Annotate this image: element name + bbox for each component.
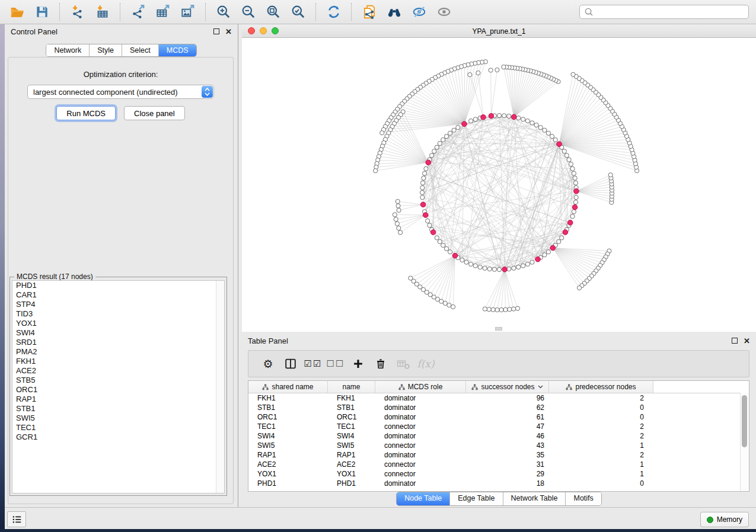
graph-node[interactable]	[530, 260, 534, 264]
table-row[interactable]: RAP1RAP1dominator352	[248, 450, 749, 460]
graph-node[interactable]	[564, 153, 569, 158]
tab-network[interactable]: Network	[46, 44, 89, 56]
mcds-node-item[interactable]: FKH1	[12, 357, 224, 366]
graph-node[interactable]	[521, 264, 525, 268]
search-box[interactable]	[579, 5, 749, 19]
save-button[interactable]	[30, 2, 55, 22]
mcds-node-item[interactable]: YOX1	[12, 319, 224, 328]
graph-node[interactable]	[570, 166, 575, 171]
graph-node[interactable]	[571, 72, 575, 76]
graph-node[interactable]	[468, 73, 472, 77]
graph-node[interactable]	[428, 223, 432, 227]
mcds-node-item[interactable]: STB5	[12, 376, 224, 385]
graph-node[interactable]	[393, 213, 397, 217]
column-header-successor-nodes[interactable]: successor nodes	[466, 381, 549, 393]
graph-node[interactable]	[441, 243, 445, 247]
graph-node[interactable]	[503, 307, 508, 312]
hide-eye-button[interactable]	[407, 2, 432, 22]
graph-node[interactable]	[492, 267, 496, 271]
graph-node[interactable]	[512, 307, 516, 311]
table-cell[interactable]: dominator	[375, 432, 466, 440]
graph-node[interactable]	[487, 267, 492, 271]
tab-network-table[interactable]: Network Table	[503, 492, 566, 505]
graph-node[interactable]	[495, 68, 499, 72]
find-button[interactable]	[382, 2, 407, 22]
graph-node[interactable]	[569, 162, 573, 166]
graph-node[interactable]	[473, 264, 477, 268]
graph-node[interactable]	[451, 305, 455, 309]
table-cell[interactable]: TEC1	[248, 422, 328, 431]
graph-node[interactable]	[422, 176, 426, 180]
graph-node[interactable]	[557, 239, 561, 243]
graph-hub-node[interactable]	[550, 245, 556, 251]
tab-node-table[interactable]: Node Table	[397, 492, 449, 505]
table-scrollbar-thumb[interactable]	[742, 395, 747, 447]
table-row[interactable]: PHD1PHD1dominator180	[248, 479, 749, 488]
table-cell[interactable]: 2	[549, 432, 653, 440]
graph-hub-node[interactable]	[512, 114, 517, 120]
graph-node[interactable]	[567, 158, 571, 162]
graph-node[interactable]	[452, 128, 456, 132]
tab-mcds[interactable]: MCDS	[158, 44, 196, 56]
graph-node[interactable]	[497, 113, 501, 117]
run-mcds-button[interactable]: Run MCDS	[56, 106, 116, 120]
table-cell[interactable]: 61	[466, 413, 549, 421]
graph-hub-node[interactable]	[502, 267, 508, 272]
graph-node[interactable]	[395, 222, 399, 226]
table-cell[interactable]: connector	[375, 470, 466, 478]
window-minimize-icon[interactable]	[260, 27, 267, 34]
graph-node[interactable]	[577, 286, 581, 290]
graph-node[interactable]	[516, 265, 521, 269]
graph-node[interactable]	[572, 210, 576, 214]
network-canvas[interactable]	[242, 38, 756, 332]
mcds-node-item[interactable]: RAP1	[12, 395, 224, 404]
table-cell[interactable]: YOX1	[328, 470, 375, 478]
column-header-name[interactable]: name	[328, 381, 375, 393]
graph-node[interactable]	[420, 190, 424, 194]
graph-node[interactable]	[502, 114, 506, 118]
table-cell[interactable]: 1	[549, 470, 653, 478]
window-close-icon[interactable]	[248, 27, 255, 34]
table-cell[interactable]: 0	[549, 479, 653, 488]
graph-hub-node[interactable]	[481, 115, 486, 120]
search-input[interactable]	[594, 6, 748, 18]
graph-node[interactable]	[516, 116, 521, 120]
graph-node[interactable]	[438, 239, 442, 243]
graph-node[interactable]	[432, 149, 436, 153]
graph-node[interactable]	[456, 126, 460, 130]
show-eye-button[interactable]	[432, 2, 457, 22]
table-cell[interactable]: connector	[375, 422, 466, 431]
table-cell[interactable]: FKH1	[328, 394, 375, 402]
memory-button[interactable]: Memory	[700, 512, 749, 527]
table-row[interactable]: SWI4SWI4dominator462	[248, 431, 749, 441]
table-row[interactable]: YOX1YOX1connector291	[248, 469, 749, 479]
graph-node[interactable]	[546, 250, 550, 254]
graph-hub-node[interactable]	[567, 220, 573, 226]
graph-hub-node[interactable]	[535, 257, 541, 262]
zoom-out-button[interactable]	[236, 2, 261, 22]
graph-node[interactable]	[491, 307, 495, 312]
graph-node[interactable]	[438, 142, 442, 146]
graph-node[interactable]	[380, 131, 384, 135]
delete-column-button[interactable]	[369, 352, 392, 375]
table-cell[interactable]: connector	[375, 441, 466, 450]
graph-node[interactable]	[573, 200, 578, 204]
close-table-panel-icon[interactable]: ✕	[744, 337, 750, 345]
graph-node[interactable]	[495, 307, 499, 312]
float-panel-icon[interactable]	[213, 28, 219, 34]
graph-node[interactable]	[502, 65, 506, 69]
graph-hub-node[interactable]	[572, 205, 578, 210]
table-cell[interactable]: dominator	[375, 413, 466, 421]
table-cell[interactable]: RAP1	[328, 451, 375, 459]
column-header-MCDS-role[interactable]: MCDS role	[375, 381, 466, 393]
table-cell[interactable]: 47	[466, 422, 549, 431]
export-image-button[interactable]	[176, 2, 200, 22]
graph-hub-node[interactable]	[452, 253, 458, 258]
graph-node[interactable]	[397, 226, 401, 230]
splitter-grip[interactable]	[495, 327, 502, 331]
table-cell[interactable]: ACE2	[328, 460, 375, 469]
panel-columns-button[interactable]	[279, 352, 302, 375]
graph-node[interactable]	[464, 260, 468, 264]
table-cell[interactable]: ORC1	[328, 413, 375, 421]
task-history-button[interactable]	[7, 511, 26, 527]
